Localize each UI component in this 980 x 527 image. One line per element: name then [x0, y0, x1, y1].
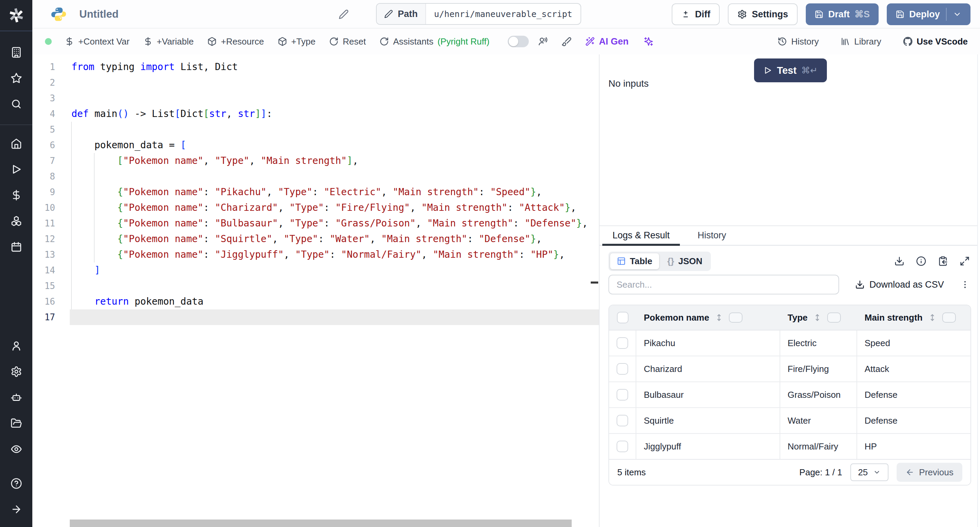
kebab-menu-icon[interactable]: [960, 280, 970, 289]
brush-icon[interactable]: [562, 37, 572, 47]
sidebar-item-home[interactable]: [0, 130, 32, 156]
table-row-pikachu[interactable]: PikachuElectricSpeed: [609, 330, 970, 356]
toolbar-type-button[interactable]: +Type: [278, 37, 316, 47]
search-input[interactable]: [608, 275, 839, 294]
user-voice-icon[interactable]: [538, 37, 548, 47]
settings-button[interactable]: Settings: [728, 3, 798, 25]
toolbar-use-vscode-button[interactable]: Use VScode: [903, 37, 968, 47]
table-row-charizard[interactable]: CharizardFire/FlyingAttack: [609, 356, 970, 382]
code-line-9[interactable]: 9 {"Pokemon name": "Pikachu", "Type": "E…: [32, 184, 599, 200]
code-line-11[interactable]: 11 {"Pokemon name": "Bulbasaur", "Type":…: [32, 216, 599, 231]
row-checkbox[interactable]: [617, 389, 628, 400]
code-line-12[interactable]: 12 {"Pokemon name": "Squirtle", "Type": …: [32, 231, 599, 247]
editor-horizontal-scrollbar[interactable]: [70, 519, 572, 527]
row-checkbox[interactable]: [617, 441, 628, 452]
code-line-13[interactable]: 13 {"Pokemon name": "Jigglypuff", "Type"…: [32, 247, 599, 262]
code-line-5[interactable]: 5: [32, 122, 599, 137]
row-checkbox[interactable]: [617, 337, 628, 349]
column-label[interactable]: Main strength: [865, 313, 923, 323]
draft-button[interactable]: Draft ⌘S: [806, 3, 878, 25]
edit-title-pencil-icon[interactable]: [339, 9, 349, 19]
code-line-14[interactable]: 14 ]: [32, 262, 599, 278]
status-dot: [45, 38, 52, 45]
column-filter-pill[interactable]: [729, 313, 743, 323]
sidebar-item-help[interactable]: [0, 471, 32, 497]
code-line-7[interactable]: 7 ["Pokemon name", "Type", "Main strengt…: [32, 153, 599, 169]
sidebar-item-star[interactable]: [0, 65, 32, 91]
sidebar-item-arrow-right[interactable]: [0, 497, 32, 522]
code-line-8[interactable]: 8: [32, 169, 599, 184]
previous-page-button[interactable]: Previous: [897, 463, 962, 482]
star-icon: [11, 72, 22, 84]
sidebar-item-folder[interactable]: [0, 410, 32, 436]
toolbar-history-button[interactable]: History: [778, 37, 819, 47]
tab-history[interactable]: History: [698, 226, 726, 245]
code-editor[interactable]: 1from typing import List, Dict234def mai…: [32, 54, 599, 527]
column-filter-pill[interactable]: [942, 313, 956, 323]
tab-logs-result[interactable]: Logs & Result: [612, 226, 670, 245]
download-icon[interactable]: [894, 256, 904, 266]
toolbar-library-button[interactable]: Library: [840, 37, 881, 47]
view-json-button[interactable]: {} JSON: [660, 253, 709, 269]
sidebar-item-user[interactable]: [0, 333, 32, 359]
windmill-logo[interactable]: [0, 0, 32, 31]
code-line-15[interactable]: 15: [32, 278, 599, 294]
table-row-bulbasaur[interactable]: BulbasaurGrass/PoisonDefense: [609, 382, 970, 408]
code-line-17[interactable]: 17: [32, 310, 599, 325]
code-line-2[interactable]: 2: [32, 75, 599, 90]
toolbar-resource-button[interactable]: +Resource: [207, 37, 264, 47]
code-line-10[interactable]: 10 {"Pokemon name": "Charizard", "Type":…: [32, 200, 599, 216]
sidebar-item-bot[interactable]: [0, 384, 32, 410]
sidebar-item-gear[interactable]: [0, 359, 32, 384]
draft-label: Draft: [828, 9, 850, 20]
sidebar-item-boxes[interactable]: [0, 208, 32, 234]
deploy-button[interactable]: Deploy: [887, 3, 970, 25]
code-line-6[interactable]: 6 pokemon_data = [: [32, 137, 599, 153]
sidebar-item-dollar[interactable]: [0, 182, 32, 208]
toolbar-variable-button[interactable]: +Variable: [143, 37, 194, 47]
column-label[interactable]: Type: [788, 313, 808, 323]
path-value[interactable]: u/henri/maneuverable_script: [426, 4, 581, 24]
ai-gen-button[interactable]: AI Gen: [585, 37, 628, 47]
code-line-1[interactable]: 1from typing import List, Dict: [32, 59, 599, 75]
row-checkbox[interactable]: [617, 415, 628, 426]
select-all-checkbox[interactable]: [617, 312, 628, 323]
download-csv-button[interactable]: Download as CSV: [855, 279, 944, 290]
code-line-3[interactable]: 3: [32, 90, 599, 106]
clipboard-copy-icon[interactable]: [938, 256, 948, 266]
sidebar-item-building[interactable]: [0, 40, 32, 65]
reset-icon: [379, 37, 389, 46]
expand-icon[interactable]: [959, 256, 970, 266]
code-line-content: {"Pokemon name": "Squirtle", "Type": "Wa…: [68, 231, 542, 247]
sort-icon[interactable]: [813, 313, 822, 322]
column-label[interactable]: Pokemon name: [644, 313, 709, 323]
sidebar-item-search[interactable]: [0, 91, 32, 117]
assistant-toggle[interactable]: [508, 36, 529, 47]
info-icon[interactable]: [916, 256, 926, 266]
sidebar-item-calendar[interactable]: [0, 234, 32, 260]
sort-icon[interactable]: [714, 313, 724, 322]
table-row-squirtle[interactable]: SquirtleWaterDefense: [609, 408, 970, 434]
toolbar-context-var-button[interactable]: +Context Var: [65, 37, 130, 47]
sparkles-icon[interactable]: [643, 37, 654, 47]
sort-icon[interactable]: [928, 313, 937, 322]
table-row-jigglypuff[interactable]: JigglypuffNormal/FairyHP: [609, 434, 970, 460]
sidebar-item-play[interactable]: [0, 156, 32, 182]
sidebar-item-eye[interactable]: [0, 436, 32, 462]
toolbar-reset-button[interactable]: Reset: [329, 37, 366, 47]
code-line-16[interactable]: 16 return pokemon_data: [32, 294, 599, 310]
column-filter-pill[interactable]: [827, 313, 841, 323]
diff-button[interactable]: Diff: [672, 3, 720, 25]
code-line-4[interactable]: 4def main() -> List[Dict[str, str]]:: [32, 106, 599, 122]
test-button[interactable]: Test ⌘↵: [754, 59, 827, 82]
page-size-select[interactable]: 25: [850, 464, 888, 481]
pagination: Page: 1 / 1 25 Previous: [799, 463, 962, 482]
row-checkbox[interactable]: [617, 363, 628, 375]
line-number: 10: [32, 200, 68, 216]
chevron-down-icon[interactable]: [953, 10, 962, 19]
path-field[interactable]: Path u/henri/maneuverable_script: [376, 3, 581, 25]
toolbar-assistants-button[interactable]: Assistants(Pyright Ruff): [379, 37, 489, 47]
row-checkbox-cell: [609, 330, 636, 356]
view-table-button[interactable]: Table: [610, 253, 659, 269]
topbar-actions: Diff Settings Draft ⌘S Deploy: [672, 3, 970, 25]
